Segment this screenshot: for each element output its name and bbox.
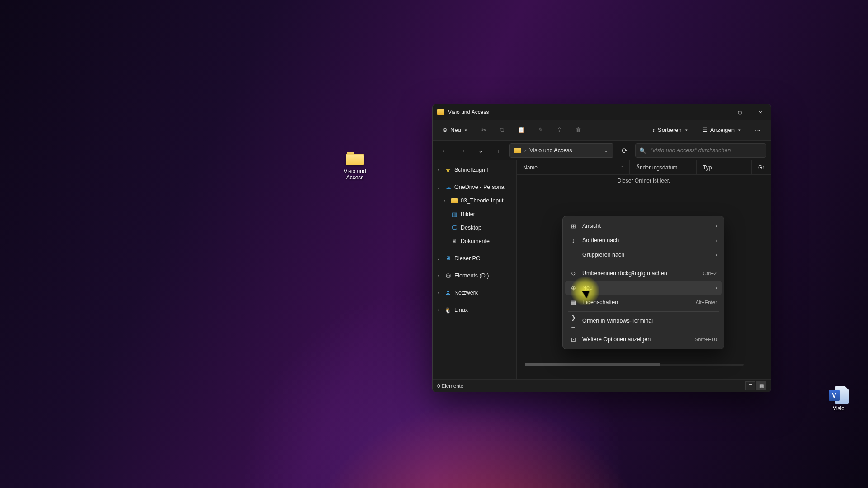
chevron-right-icon[interactable]: › [435,308,442,313]
column-size[interactable]: Gr [752,160,770,174]
recent-dropdown[interactable]: ⌄ [473,143,488,158]
tree-label: Desktop [461,225,481,231]
ctx-new[interactable]: ⊕ Neu › [565,281,722,295]
context-menu: ⊞ Ansicht › ↕ Sortieren nach › ≣ Gruppie… [562,216,724,349]
tree-linux[interactable]: › 🐧 Linux [434,303,515,317]
ctx-more-options[interactable]: ⊡ Weitere Optionen anzeigen Shift+F10 [565,332,722,347]
delete-icon[interactable]: 🗑 [573,124,584,136]
divider [568,311,719,312]
cloud-icon: ☁ [444,184,452,190]
sort-button[interactable]: ↕ Sortieren ▾ [649,124,691,136]
navbar: ← → ⌄ ↑ › Visio und Access ⌄ ⟳ 🔍 [433,141,771,160]
search-box[interactable]: 🔍 [635,143,766,158]
minimize-button[interactable]: — [708,104,729,120]
desktop-folder[interactable]: Visio und Access [335,152,375,181]
desktop-folder-label: Visio und Access [335,168,375,181]
titlebar[interactable]: Visio und Access — ▢ ✕ [433,104,771,120]
horizontal-scrollbar[interactable] [525,364,744,366]
properties-icon: ▤ [570,299,577,306]
column-type[interactable]: Typ [697,160,752,174]
sort-label: Sortieren [658,127,682,133]
tree-item[interactable]: 🖵 Desktop [434,221,515,235]
more-button[interactable]: ⋯ [751,124,764,136]
ctx-shortcut: Ctrl+Z [703,271,717,276]
rename-icon[interactable]: ✎ [536,124,546,136]
desktop: Visio und Access V Visio Visio und Acces… [0,0,868,488]
tree-drive[interactable]: › ⛁ Elements (D:) [434,269,515,282]
chevron-down-icon[interactable]: ⌄ [602,146,609,155]
ctx-view[interactable]: ⊞ Ansicht › [565,219,722,233]
ctx-label: Weitere Optionen anzeigen [582,336,689,343]
ctx-label: Umbenennen rückgängig machen [582,270,697,277]
tree-onedrive[interactable]: ⌄ ☁ OneDrive - Personal [434,180,515,194]
tree-this-pc[interactable]: › 🖥 Dieser PC [434,252,515,265]
desktop-app-label: Visio [823,405,854,412]
status-item-count: 0 Elemente [437,383,463,389]
column-headers: Name ˄ Änderungsdatum Typ Gr [517,160,771,175]
chevron-right-icon[interactable]: › [442,198,448,203]
back-button[interactable]: ← [437,143,452,158]
address-bar[interactable]: › Visio und Access ⌄ [509,143,613,158]
new-button[interactable]: ⊕ Neu ▾ [439,124,471,136]
star-icon: ★ [444,167,452,173]
forward-button[interactable]: → [455,143,470,158]
tree-quick-access[interactable]: › ★ Schnellzugriff [434,163,515,177]
copy-icon[interactable]: ⧉ [497,124,507,136]
up-button[interactable]: ↑ [491,143,506,158]
tree-label: Dieser PC [454,255,480,262]
new-label: Neu [450,127,461,133]
tree-item[interactable]: ▥ Bilder [434,207,515,221]
folder-icon [451,197,458,204]
divider [568,264,719,264]
chevron-right-icon[interactable]: › [435,168,442,173]
search-input[interactable] [650,147,762,154]
group-icon: ≣ [570,252,577,258]
ctx-label: Sortieren nach [582,237,710,244]
sort-asc-icon: ˄ [621,165,623,169]
drive-icon: ⛁ [444,272,452,279]
pc-icon: 🖥 [444,255,452,262]
tree-item[interactable]: 🗎 Dokumente [434,235,515,248]
divider [568,330,719,330]
ctx-sort-by[interactable]: ↕ Sortieren nach › [565,233,722,248]
window-title: Visio und Access [448,109,489,115]
pictures-icon: ▥ [451,211,458,217]
close-button[interactable]: ✕ [750,104,771,120]
paste-icon[interactable]: 📋 [515,124,528,136]
tree-label: Bilder [461,211,475,217]
ctx-undo-rename[interactable]: ↺ Umbenennen rückgängig machen Ctrl+Z [565,266,722,281]
cut-icon[interactable]: ✂ [479,124,489,136]
chevron-right-icon[interactable]: › [435,291,442,296]
breadcrumb-item[interactable]: Visio und Access [529,147,572,154]
icons-view-toggle[interactable]: ▦ [756,381,766,390]
chevron-down-icon: ▾ [738,128,741,132]
plus-circle-icon: ⊕ [570,285,577,291]
tree-item[interactable]: › 03_Theorie Input [434,194,515,207]
empty-folder-message: Dieser Ordner ist leer. [517,178,771,184]
view-button[interactable]: ☰ Anzeigen ▾ [698,124,744,136]
desktop-app-visio[interactable]: V Visio [823,386,854,412]
chevron-right-icon: › [524,148,526,153]
column-date[interactable]: Änderungsdatum [630,160,697,174]
tree-network[interactable]: › 🖧 Netzwerk [434,286,515,300]
maximize-button[interactable]: ▢ [729,104,750,120]
chevron-right-icon[interactable]: › [435,256,442,261]
details-view-toggle[interactable]: ≣ [745,381,755,390]
document-icon: 🗎 [451,238,458,244]
folder-icon [514,148,521,153]
tree-label: Schnellzugriff [454,167,488,173]
refresh-button[interactable]: ⟳ [617,143,632,158]
ctx-group-by[interactable]: ≣ Gruppieren nach › [565,248,722,262]
chevron-down-icon: ▾ [465,128,467,132]
ctx-open-terminal[interactable]: ❯_ Öffnen in Windows-Terminal [565,314,722,328]
chevron-right-icon[interactable]: › [435,273,442,278]
chevron-right-icon: › [716,224,717,229]
share-icon[interactable]: ⇪ [554,124,565,136]
chevron-down-icon: ▾ [685,128,688,132]
scrollbar-thumb[interactable] [525,363,660,366]
list-icon: ☰ [702,127,708,133]
tree-label: Dokumente [461,238,490,244]
ctx-properties[interactable]: ▤ Eigenschaften Alt+Enter [565,295,722,310]
chevron-down-icon[interactable]: ⌄ [435,185,442,190]
column-name[interactable]: Name ˄ [517,160,630,174]
